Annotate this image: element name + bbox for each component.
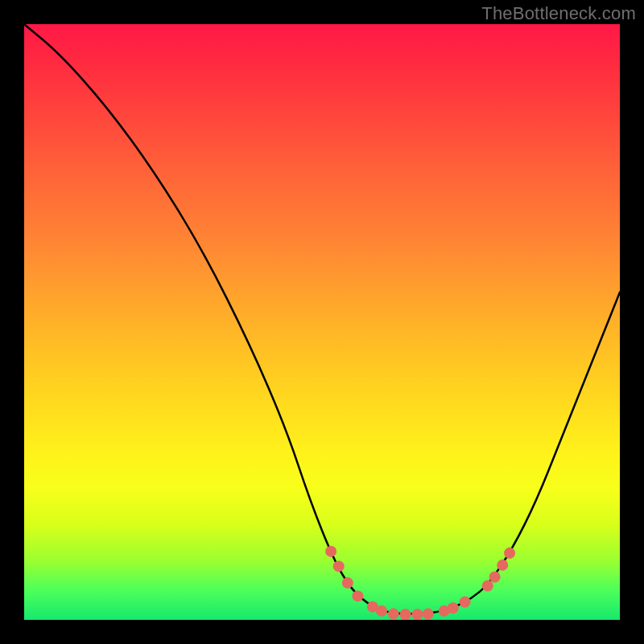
optimal-range-dot	[352, 590, 363, 601]
bottleneck-curve	[24, 24, 620, 614]
optimal-range-dot	[460, 597, 471, 608]
chart-frame: TheBottleneck.com	[0, 0, 644, 644]
optimal-range-dot	[448, 602, 459, 613]
optimal-range-dot	[497, 559, 508, 571]
optimal-range-dot	[342, 577, 353, 588]
optimal-range-dot	[333, 560, 345, 572]
watermark-label: TheBottleneck.com	[481, 3, 636, 24]
optimal-range-dot	[400, 609, 411, 620]
optimal-range-dot	[482, 580, 493, 592]
plot-area	[24, 24, 620, 620]
optimal-range-dot	[325, 546, 336, 557]
chart-svg	[24, 24, 620, 620]
optimal-range-dot	[411, 609, 423, 620]
optimal-range-dot	[388, 609, 399, 620]
optimal-range-dot	[504, 547, 515, 559]
optimal-range-dot	[423, 609, 434, 620]
optimal-range-dot	[376, 605, 387, 617]
optimal-range-dot	[489, 572, 501, 583]
